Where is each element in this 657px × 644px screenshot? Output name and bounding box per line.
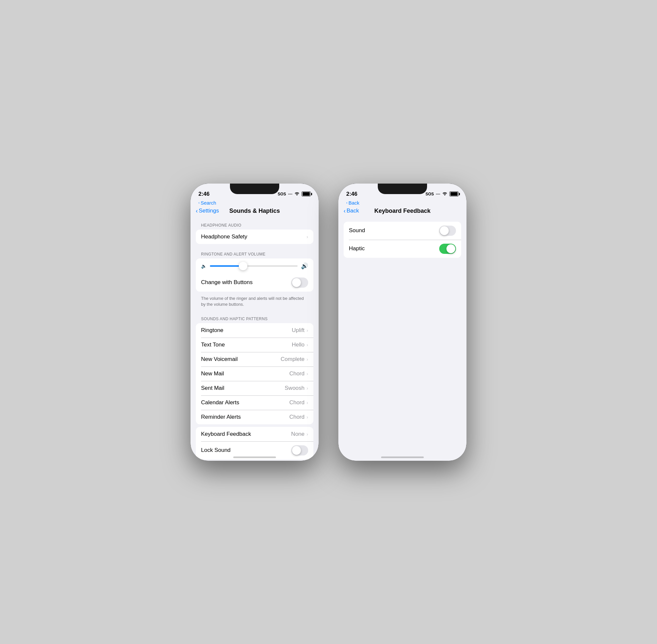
sounds-haptic-label: SOUNDS AND HAPTIC PATTERNS [190,311,319,323]
toggle-thumb-sound [440,226,449,235]
status-icons-left: SOS ···· [277,191,311,197]
new-voicemail-chevron: › [307,356,308,362]
calendar-alerts-label: Calendar Alerts [201,399,239,406]
calendar-alerts-value: Chord [289,399,304,406]
keyboard-feedback-group: Sound Haptic [344,222,461,258]
keyboard-feedback-value: None [291,431,304,437]
reminder-alerts-chevron: › [307,414,308,420]
headphone-safety-row[interactable]: Headphone Safety › [196,230,313,244]
haptic-label: Haptic [349,245,365,252]
ringtone-volume-label: RINGTONE AND ALERT VOLUME [190,247,319,258]
headphone-chevron: › [307,234,308,239]
change-with-buttons-row[interactable]: Change with Buttons [196,274,313,292]
chevron-back-right: ‹ [346,201,347,205]
ringtone-label: Ringtone [201,327,223,334]
toggle-thumb-lock [292,446,301,455]
toggle-thumb-cwb [292,278,301,287]
new-voicemail-row[interactable]: New Voicemail Complete › [196,352,313,367]
page-title-left: Sounds & Haptics [229,208,280,214]
screen-right: 2:46 SOS ···· ‹ Back ‹ Back Keyboard [338,184,467,461]
headphone-audio-label: HEADPHONE AUDIO [190,218,319,230]
headphone-group: Headphone Safety › [196,230,313,244]
nav-search-right: ‹ Back [338,200,467,206]
vol-low-icon: 🔈 [201,263,207,269]
lock-sound-toggle[interactable] [291,445,308,456]
keyboard-lock-group: Keyboard Feedback None › Lock Sound [196,427,313,459]
settings-label: Settings [199,208,219,214]
signal-dots-right: ···· [436,192,440,197]
sent-mail-row[interactable]: Sent Mail Swoosh › [196,381,313,395]
sos-left: SOS [277,192,286,197]
settings-back-btn[interactable]: ‹ Settings [196,208,219,214]
volume-slider-row[interactable]: 🔈 🔊 [196,258,313,274]
sent-mail-label: Sent Mail [201,385,224,391]
notch-right [378,184,427,194]
headphone-safety-label: Headphone Safety [201,233,247,240]
page-title-right: Keyboard Feedback [374,208,430,214]
sos-right: SOS [425,192,434,197]
keyboard-feedback-chevron: › [307,431,308,437]
wifi-icon-left [294,191,300,197]
battery-right [449,191,459,197]
reminder-alerts-row[interactable]: Reminder Alerts Chord › [196,410,313,424]
content-left: HEADPHONE AUDIO Headphone Safety › RINGT… [190,218,319,461]
haptic-toggle[interactable] [439,244,456,254]
sound-label: Sound [349,227,365,234]
calendar-alerts-row[interactable]: Calendar Alerts Chord › [196,395,313,410]
signal-dots-left: ···· [288,192,292,197]
chevron-keyboard: ‹ [344,208,345,214]
vol-high-icon: 🔊 [301,262,308,270]
new-voicemail-right: Complete › [280,356,308,363]
lock-sound-label: Lock Sound [201,447,231,454]
calendar-alerts-right: Chord › [289,399,308,406]
keyboard-back-btn[interactable]: ‹ Back [344,208,359,214]
toggle-thumb-haptic [447,244,455,253]
screen-left: 2:46 SOS ···· ‹ Search ‹ Settings Sou [190,184,319,461]
keyboard-feedback-row[interactable]: Keyboard Feedback None › [196,427,313,441]
text-tone-chevron: › [307,342,308,347]
sent-mail-chevron: › [307,385,308,391]
time-right: 2:46 [346,191,357,198]
time-left: 2:46 [198,191,209,198]
sent-mail-value: Swoosh [285,385,304,391]
volume-slider-fill [210,266,243,267]
volume-slider-track[interactable] [210,266,298,267]
haptic-row[interactable]: Haptic [344,240,461,258]
change-with-buttons-label: Change with Buttons [201,279,253,286]
page-header-left: ‹ Settings Sounds & Haptics [190,206,319,218]
new-mail-row[interactable]: New Mail Chord › [196,367,313,381]
page-header-right: ‹ Back Keyboard Feedback [338,206,467,218]
ringtone-row[interactable]: Ringtone Uplift › [196,323,313,338]
headphone-safety-right: › [307,234,308,239]
phone-right: 2:46 SOS ···· ‹ Back ‹ Back Keyboard [338,184,467,461]
back-label-right[interactable]: Back [348,200,359,206]
volume-slider-thumb[interactable] [239,262,247,270]
text-tone-row[interactable]: Text Tone Hello › [196,338,313,352]
calendar-alerts-chevron: › [307,400,308,405]
new-voicemail-label: New Voicemail [201,356,238,363]
wifi-icon-right [442,191,448,197]
back-label-text: Back [346,208,359,214]
new-mail-label: New Mail [201,370,224,377]
text-tone-right: Hello › [292,342,308,348]
sound-toggle[interactable] [439,226,456,236]
reminder-alerts-right: Chord › [289,414,308,420]
ringtone-chevron: › [307,327,308,333]
sent-mail-right: Swoosh › [285,385,308,391]
volume-group: 🔈 🔊 Change with Buttons [196,258,313,292]
phone-left: 2:46 SOS ···· ‹ Search ‹ Settings Sou [190,184,319,461]
home-indicator-right [381,457,424,458]
new-mail-chevron: › [307,371,308,376]
reminder-alerts-value: Chord [289,414,304,420]
text-tone-label: Text Tone [201,342,225,348]
back-label-left[interactable]: Search [201,200,217,206]
status-icons-right: SOS ···· [425,191,459,197]
content-right: Sound Haptic [338,218,467,461]
change-with-buttons-toggle[interactable] [291,277,308,288]
notch-left [230,184,279,194]
new-mail-right: Chord › [289,370,308,377]
keyboard-feedback-label: Keyboard Feedback [201,431,251,437]
new-mail-value: Chord [289,370,304,377]
chevron-back-left: ‹ [198,201,200,205]
sound-row[interactable]: Sound [344,222,461,240]
